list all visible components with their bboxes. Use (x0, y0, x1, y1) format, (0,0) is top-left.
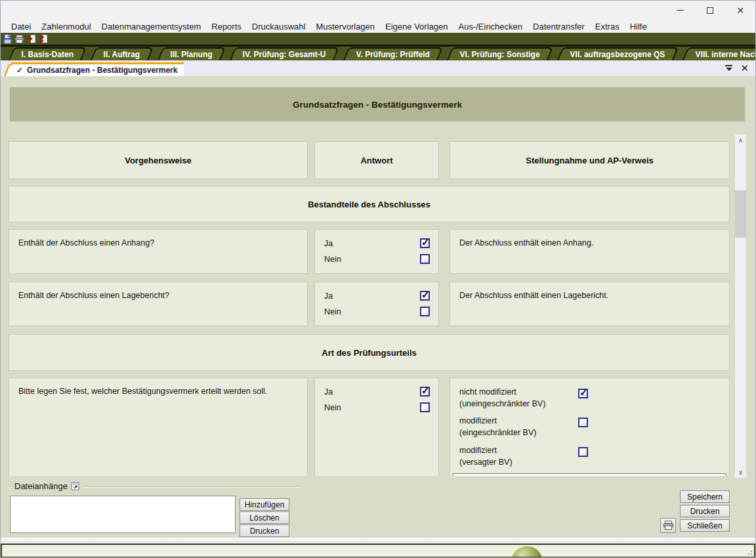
tab-label: I. Basis-Daten (22, 50, 74, 59)
bv-modifiziert-eingeschraenkt-checkbox[interactable] (578, 418, 588, 427)
delete-attachment-button[interactable]: Löschen (240, 511, 289, 524)
menu-zahlenmodul[interactable]: Zahlenmodul (36, 22, 96, 32)
nein-label: Nein (324, 255, 341, 264)
table-row: Enthält der Abschluss einen Anhang? Ja ✓… (9, 229, 730, 274)
close-form-button[interactable]: Schließen (680, 519, 730, 532)
content-area: Grundsatzfragen - Bestätigungsvermerk Vo… (1, 76, 755, 478)
column-header-stellungnahme: Stellungnahme und AP-Verweis (450, 141, 730, 179)
bottom-panel: Dateianhänge Hinzufügen Löschen Drucken (1, 478, 755, 537)
save-button[interactable]: Speichern (680, 490, 730, 503)
section-row: Art des Prüfungsurteils (9, 334, 730, 371)
window-controls: ✕ (665, 1, 755, 20)
menu-hilfe[interactable]: Hilfe (625, 22, 652, 32)
close-button[interactable]: ✕ (725, 1, 755, 20)
add-attachment-button[interactable]: Hinzufügen (240, 498, 289, 511)
section-title: Bestandteile des Abschlusses (9, 186, 730, 223)
title-bar: ✕ (1, 1, 755, 20)
tab-pruefung-sonstige[interactable]: VI. Prüfung: Sonstige (447, 47, 553, 60)
menu-datei[interactable]: Datei (6, 22, 36, 32)
ja-label: Ja (324, 239, 333, 248)
quick-print-button[interactable] (660, 518, 676, 533)
tab-label: V. Prüfung: Prüffeld (356, 50, 429, 59)
bv-option-label: modifiziert(versagter BV) (459, 444, 513, 468)
menu-eigene-vorlagen[interactable]: Eigene Vorlagen (380, 22, 453, 32)
ja-checkbox[interactable]: ✓ (420, 387, 430, 397)
bv-nicht-modifiziert-checkbox[interactable]: ✓ (578, 389, 588, 398)
maximize-icon (707, 7, 713, 14)
nein-label: Nein (324, 307, 341, 316)
column-header-antwort: Antwort (314, 141, 439, 179)
subtab-grundsatzfragen[interactable]: ✓ Grundsatzfragen - Bestätigungsvermerk (11, 62, 184, 76)
tab-interne-nachschau[interactable]: VIII. interne Nachschau (682, 47, 756, 60)
ja-label: Ja (324, 387, 333, 397)
answer-cell: Ja ✓ Nein (314, 282, 439, 326)
menu-aus-einchecken[interactable]: Aus-/Einchecken (453, 22, 528, 32)
status-divider (1, 537, 755, 544)
tab-pruefung-prueffeld[interactable]: V. Prüfung: Prüffeld (343, 47, 443, 60)
tab-label: VII. auftragsbezogene QS (570, 50, 665, 59)
save-icon[interactable] (3, 34, 12, 44)
scroll-up-arrow[interactable]: ∧ (735, 135, 746, 146)
bv-options-cell: nicht modifiziert(uneingeschränkter BV) … (450, 377, 730, 476)
vertical-scrollbar: ∧ ∨ (735, 135, 746, 478)
nein-checkbox[interactable] (420, 402, 430, 412)
menu-bar: Datei Zahlenmodul Datenmanagementsystem … (1, 20, 755, 33)
menu-reports[interactable]: Reports (206, 22, 247, 32)
minimize-button[interactable] (665, 1, 695, 20)
bv-modifiziert-versagt-checkbox[interactable] (578, 447, 588, 457)
tab-auftragsbezogene-qs[interactable]: VII. auftragsbezogene QS (557, 47, 679, 60)
maximize-button[interactable] (695, 1, 725, 20)
minimize-icon (677, 10, 684, 11)
bv-option: modifiziert(eingeschränkter BV) (459, 415, 588, 439)
nein-checkbox[interactable] (420, 307, 430, 316)
main-tab-bar: I. Basis-Daten II. Auftrag III. Planung … (1, 45, 755, 60)
toolbar (1, 33, 755, 45)
subtab-label: Grundsatzfragen - Bestätigungsvermerk (27, 66, 177, 75)
tab-label: II. Auftrag (104, 50, 140, 59)
check-icon: ✓ (16, 66, 23, 75)
nein-checkbox[interactable] (420, 254, 430, 264)
scroll-down-arrow[interactable]: ∨ (735, 467, 746, 478)
printer-icon (663, 521, 674, 530)
open-attachments-window-icon[interactable] (71, 482, 79, 490)
bv-free-text-input[interactable] (453, 473, 726, 476)
tab-planung[interactable]: III. Planung (158, 47, 226, 60)
print-icon[interactable] (14, 34, 24, 44)
questionnaire-table: Vorgehensweise Antwort Stellungnahme und… (1, 135, 755, 478)
tab-label: VI. Prüfung: Sonstige (460, 50, 540, 59)
bv-option: nicht modifiziert(uneingeschränkter BV) … (459, 386, 588, 410)
comment-cell: Der Abschluss enthält einen Anhang. (450, 229, 730, 274)
tab-pruefung-gesamt-u[interactable]: IV. Prüfung: Gesamt-U (230, 47, 339, 60)
menu-extras[interactable]: Extras (590, 22, 625, 32)
menu-mustervorlagen[interactable]: Mustervorlagen (310, 22, 380, 32)
page-title: Grundsatzfragen - Bestätigungsvermerk (10, 87, 745, 121)
tab-label: III. Planung (171, 50, 213, 59)
status-sphere-icon (511, 546, 543, 557)
print-button[interactable]: Drucken (680, 505, 730, 517)
tab-list-dropdown-icon[interactable] (725, 65, 732, 71)
comment-cell: Der Abschluss enthält einen Lagebericht. (450, 282, 730, 326)
section-title: Art des Prüfungsurteils (9, 334, 730, 371)
bv-option-label: nicht modifiziert(uneingeschränkter BV) (459, 386, 545, 410)
document-tab-strip: ✓ Grundsatzfragen - Bestätigungsvermerk … (1, 60, 755, 76)
check-in-out-icon[interactable] (38, 34, 48, 44)
tab-auftrag[interactable]: II. Auftrag (91, 47, 154, 60)
ja-checkbox[interactable]: ✓ (420, 291, 430, 301)
scrollbar-thumb[interactable] (735, 190, 746, 238)
answer-cell: Ja ✓ Nein (314, 229, 439, 274)
resize-grip[interactable] (747, 549, 752, 555)
tab-basis-daten[interactable]: I. Basis-Daten (9, 47, 87, 60)
table-row: Bitte legen Sie fest, welcher Bestätigun… (9, 377, 730, 476)
table-row: Enthält der Abschluss einen Lagebericht?… (9, 282, 730, 326)
close-document-icon[interactable]: ✕ (740, 63, 749, 73)
menu-druckauswahl[interactable]: Druckauswahl (247, 22, 311, 32)
column-header-vorgehensweise: Vorgehensweise (9, 141, 308, 179)
tab-label: VIII. interne Nachschau (695, 50, 756, 59)
ja-checkbox[interactable]: ✓ (420, 238, 430, 248)
check-in-icon[interactable] (26, 34, 36, 44)
tab-label: IV. Prüfung: Gesamt-U (243, 50, 326, 59)
attachments-listbox[interactable] (10, 496, 236, 533)
menu-datentransfer[interactable]: Datentransfer (528, 22, 590, 32)
menu-datenmanagementsystem[interactable]: Datenmanagementsystem (96, 22, 207, 32)
print-attachment-button[interactable]: Drucken (240, 525, 289, 537)
